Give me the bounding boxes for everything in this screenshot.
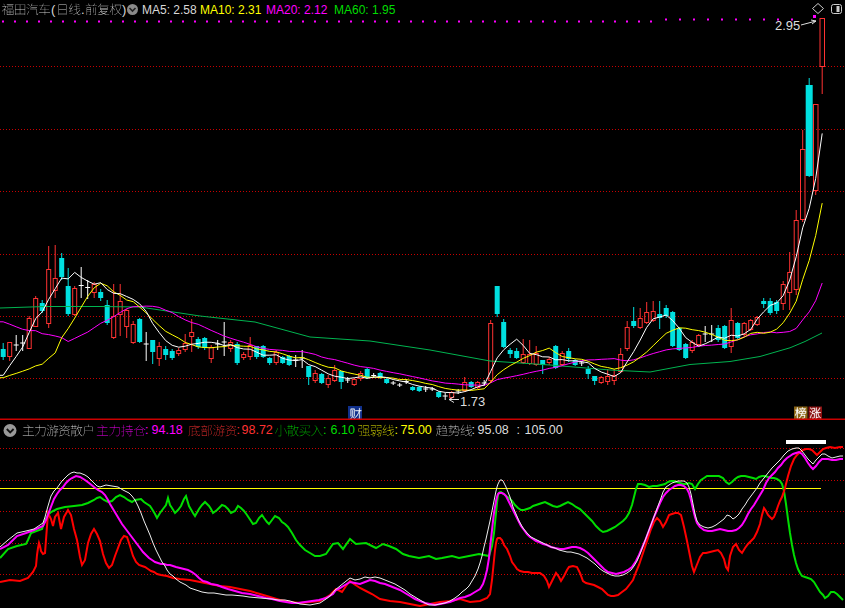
- svg-text:94.18: 94.18: [152, 423, 183, 437]
- svg-text:MA60: 1.95: MA60: 1.95: [334, 3, 396, 17]
- svg-text:.: .: [81, 2, 85, 17]
- svg-text::: :: [323, 423, 326, 437]
- svg-text::: :: [517, 423, 520, 437]
- svg-text:2.95: 2.95: [775, 18, 800, 33]
- svg-text:1.73: 1.73: [460, 394, 485, 409]
- svg-text:75.00: 75.00: [401, 423, 432, 437]
- svg-text:95.08: 95.08: [478, 423, 509, 437]
- svg-text:MA20: 2.12: MA20: 2.12: [266, 3, 328, 17]
- svg-text::: :: [145, 423, 148, 437]
- svg-text::: :: [395, 423, 398, 437]
- svg-text:6.10: 6.10: [331, 423, 355, 437]
- svg-text:(: (: [51, 2, 56, 17]
- svg-text::: :: [472, 423, 475, 437]
- svg-text:105.00: 105.00: [525, 423, 563, 437]
- svg-text:98.72: 98.72: [242, 423, 273, 437]
- svg-text::: :: [237, 423, 240, 437]
- svg-text:MA10: 2.31: MA10: 2.31: [200, 3, 262, 17]
- svg-text:): ): [122, 2, 126, 17]
- svg-text:MA5: 2.58: MA5: 2.58: [142, 3, 197, 17]
